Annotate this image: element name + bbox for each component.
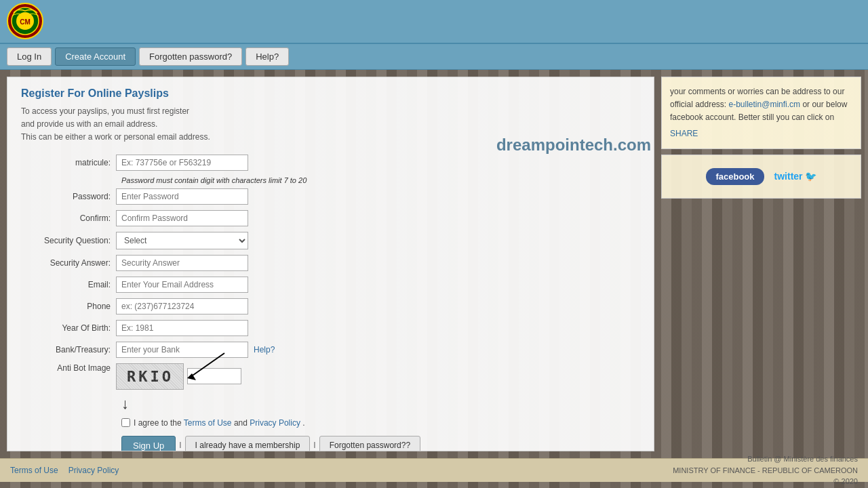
sidebar-comment-box: your comments or worries can be address … (661, 77, 861, 149)
bank-treasury-label: Bank/Treasury: (21, 345, 116, 354)
help-button[interactable]: Help? (245, 47, 289, 66)
security-question-label: Security Question: (21, 236, 116, 245)
terms-of-use-link[interactable]: Terms of Use (184, 418, 232, 428)
footer-bulletin: Bulletin @ Ministère des finances (673, 453, 858, 465)
sidebar-email-link[interactable]: e-bulletin@minfi.cm (729, 100, 801, 109)
form-panel: Register For Online Payslips To access y… (7, 77, 654, 451)
email-input[interactable] (116, 277, 248, 293)
buttons-row: Sign Up I I already have a membership I … (121, 436, 640, 451)
forgotten-password-link-button[interactable]: Forgotten password?? (319, 436, 420, 451)
phone-label: Phone (21, 302, 116, 311)
captcha-image: RKIO (116, 363, 184, 390)
twitter-button[interactable]: twitter 🐦 (774, 171, 816, 182)
security-answer-input[interactable] (116, 255, 248, 271)
login-button[interactable]: Log In (7, 47, 52, 66)
svg-line-4 (191, 353, 224, 377)
matricule-label: matricule: (21, 158, 116, 167)
footer-privacy-link[interactable]: Privacy Policy (68, 466, 119, 475)
email-label: Email: (21, 280, 116, 289)
password-row: Password: (21, 188, 640, 205)
confirm-input[interactable] (116, 210, 248, 226)
footer-terms-link[interactable]: Terms of Use (10, 466, 58, 475)
year-of-birth-label: Year Of Birth: (21, 323, 116, 333)
footer-right: Bulletin @ Ministère des finances MINIST… (673, 453, 858, 487)
security-question-row: Security Question: Select (21, 232, 640, 249)
bank-treasury-row: Bank/Treasury: Help? (21, 342, 640, 358)
agree-text: I agree to the Terms of Use and Privacy … (134, 418, 305, 428)
share-link[interactable]: SHARE (670, 127, 852, 140)
agree-row: I agree to the Terms of Use and Privacy … (121, 418, 640, 428)
create-account-button[interactable]: Create Account (55, 47, 136, 66)
logo: CM (7, 3, 44, 40)
social-panel: facebook twitter 🐦 (661, 155, 861, 199)
security-answer-label: Security Answer: (21, 258, 116, 268)
security-question-select[interactable]: Select (116, 232, 248, 249)
separator-1: I (179, 441, 181, 450)
form-title: Register For Online Payslips (21, 87, 640, 100)
footer-year: © 2020 (673, 476, 858, 487)
security-answer-row: Security Answer: (21, 255, 640, 271)
svg-text:CM: CM (20, 18, 31, 26)
matricule-row: matricule: (21, 155, 640, 171)
year-of-birth-input[interactable] (116, 320, 248, 336)
bank-help-link[interactable]: Help? (254, 345, 275, 354)
confirm-row: Confirm: (21, 210, 640, 226)
captcha-row: Anti Bot Image RKIO (21, 363, 640, 390)
footer-ministry: MINISTRY OF FINANCE - REPUBLIC OF CAMERO… (673, 465, 858, 476)
facebook-button[interactable]: facebook (706, 168, 764, 185)
confirm-label: Confirm: (21, 214, 116, 223)
phone-row: Phone (21, 298, 640, 314)
membership-button[interactable]: I already have a membership (185, 436, 311, 451)
footer-left: Terms of Use Privacy Policy (10, 466, 119, 475)
matricule-input[interactable] (116, 155, 248, 171)
email-row: Email: (21, 277, 640, 293)
password-label: Password: (21, 192, 116, 201)
signup-button[interactable]: Sign Up (121, 436, 176, 451)
privacy-policy-link[interactable]: Privacy Policy (250, 418, 300, 428)
forgotten-password-button[interactable]: Forgotten password? (139, 47, 242, 66)
password-note: Password must contain digit with charact… (121, 176, 640, 184)
separator-2: I (313, 441, 315, 450)
phone-input[interactable] (116, 298, 248, 314)
main-content: Register For Online Payslips To access y… (0, 70, 868, 458)
password-input[interactable] (116, 188, 248, 205)
captcha-arrow-icon (177, 350, 231, 384)
sidebar-panel: your comments or worries can be address … (661, 77, 861, 451)
anti-bot-label: Anti Bot Image (21, 363, 116, 373)
header: CM (0, 0, 868, 44)
down-arrow-indicator: ↓ (121, 395, 640, 413)
nav-bar: Log In Create Account Forgotten password… (0, 44, 868, 70)
year-of-birth-row: Year Of Birth: (21, 320, 640, 336)
agree-checkbox[interactable] (121, 418, 130, 427)
footer: Terms of Use Privacy Policy Bulletin @ M… (0, 458, 868, 482)
form-description: To access your payslips, you must first … (21, 105, 640, 144)
